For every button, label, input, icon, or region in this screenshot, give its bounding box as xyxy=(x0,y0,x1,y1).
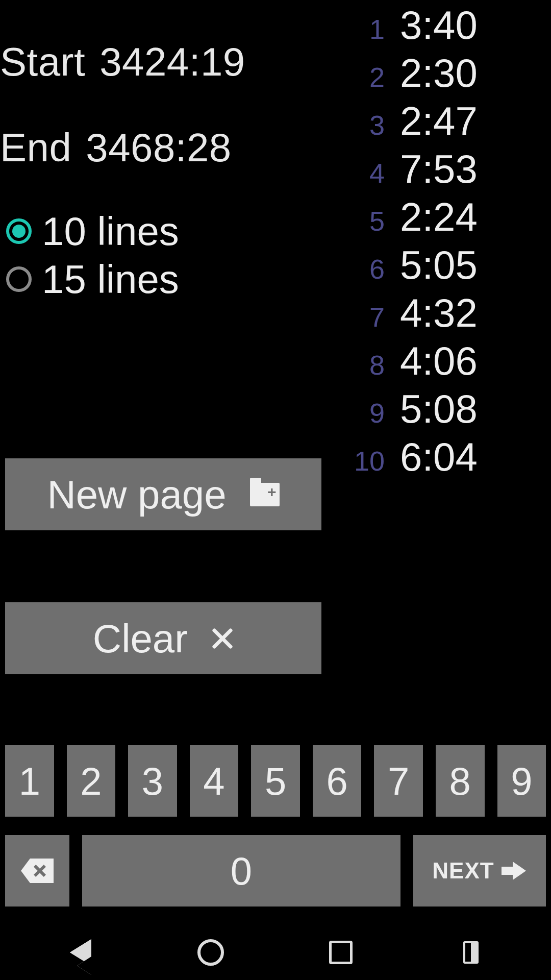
start-label: Start xyxy=(0,42,85,82)
lines-radio-group: 10 lines 15 lines xyxy=(6,208,179,302)
time-index: 10 xyxy=(349,445,385,477)
time-row: 8 4:06 xyxy=(349,338,492,386)
key-9[interactable]: 9 xyxy=(497,745,546,817)
time-index: 2 xyxy=(349,61,385,93)
time-index: 6 xyxy=(349,253,385,285)
time-value: 3:40 xyxy=(400,2,492,48)
folder-plus-icon xyxy=(250,483,280,506)
end-value: 3468:28 xyxy=(86,128,231,167)
key-3[interactable]: 3 xyxy=(128,745,177,817)
time-value: 6:04 xyxy=(400,434,492,480)
key-0[interactable]: 0 xyxy=(82,835,400,906)
time-index: 9 xyxy=(349,397,385,429)
time-row: 5 2:24 xyxy=(349,194,492,242)
time-index: 8 xyxy=(349,349,385,381)
clear-label: Clear xyxy=(93,619,188,658)
radio-10-lines[interactable]: 10 lines xyxy=(6,208,179,254)
time-value: 4:06 xyxy=(400,338,492,384)
time-index: 7 xyxy=(349,301,385,333)
keypad-row-1: 1 2 3 4 5 6 7 8 9 xyxy=(5,745,546,817)
radio-15-lines[interactable]: 15 lines xyxy=(6,256,179,302)
time-row: 2 2:30 xyxy=(349,50,492,98)
time-value: 5:08 xyxy=(400,386,492,432)
time-row: 6 5:05 xyxy=(349,242,492,290)
key-2[interactable]: 2 xyxy=(67,745,116,817)
key-4[interactable]: 4 xyxy=(190,745,239,817)
time-value: 2:24 xyxy=(400,194,492,240)
end-readout: End 3468:28 xyxy=(0,128,245,167)
key-1[interactable]: 1 xyxy=(5,745,54,817)
start-readout: Start 3424:19 xyxy=(0,42,245,82)
time-row: 9 5:08 xyxy=(349,386,492,434)
keypad-row-2: 0 NEXT xyxy=(5,835,546,906)
radio-icon-unchecked xyxy=(6,266,32,292)
end-label: End xyxy=(0,128,71,167)
radio-icon-checked xyxy=(6,218,32,244)
times-list: 1 3:40 2 2:30 3 2:47 4 7:53 5 2:24 6 5:0… xyxy=(349,2,492,482)
start-value: 3424:19 xyxy=(99,42,245,82)
radio-15-lines-label: 15 lines xyxy=(42,256,179,303)
key-backspace[interactable] xyxy=(5,835,69,906)
nav-extra-icon[interactable] xyxy=(457,938,485,967)
close-icon xyxy=(211,627,234,650)
clear-button[interactable]: Clear xyxy=(5,602,321,674)
arrow-right-icon xyxy=(502,862,527,880)
time-index: 3 xyxy=(349,109,385,141)
time-row: 3 2:47 xyxy=(349,98,492,146)
time-index: 4 xyxy=(349,157,385,189)
key-5[interactable]: 5 xyxy=(251,745,300,817)
time-row: 10 6:04 xyxy=(349,434,492,482)
key-7[interactable]: 7 xyxy=(374,745,423,817)
key-6[interactable]: 6 xyxy=(313,745,362,817)
key-8[interactable]: 8 xyxy=(436,745,485,817)
new-page-label: New page xyxy=(47,475,226,514)
time-value: 5:05 xyxy=(400,242,492,288)
time-index: 5 xyxy=(349,205,385,237)
radio-10-lines-label: 10 lines xyxy=(42,208,179,255)
nav-recent-icon[interactable] xyxy=(327,938,355,967)
time-readouts: Start 3424:19 End 3468:28 xyxy=(0,0,245,167)
nav-back-icon[interactable] xyxy=(66,938,95,967)
system-navbar xyxy=(0,925,551,980)
time-value: 7:53 xyxy=(400,146,492,192)
backspace-icon xyxy=(21,859,54,883)
time-index: 1 xyxy=(349,13,385,45)
nav-home-icon[interactable] xyxy=(196,938,225,967)
time-row: 4 7:53 xyxy=(349,146,492,194)
time-row: 7 4:32 xyxy=(349,290,492,338)
time-value: 4:32 xyxy=(400,290,492,336)
next-label: NEXT xyxy=(432,858,494,884)
new-page-button[interactable]: New page xyxy=(5,458,321,530)
time-row: 1 3:40 xyxy=(349,2,492,50)
time-value: 2:30 xyxy=(400,50,492,96)
time-value: 2:47 xyxy=(400,98,492,144)
key-next[interactable]: NEXT xyxy=(413,835,546,906)
